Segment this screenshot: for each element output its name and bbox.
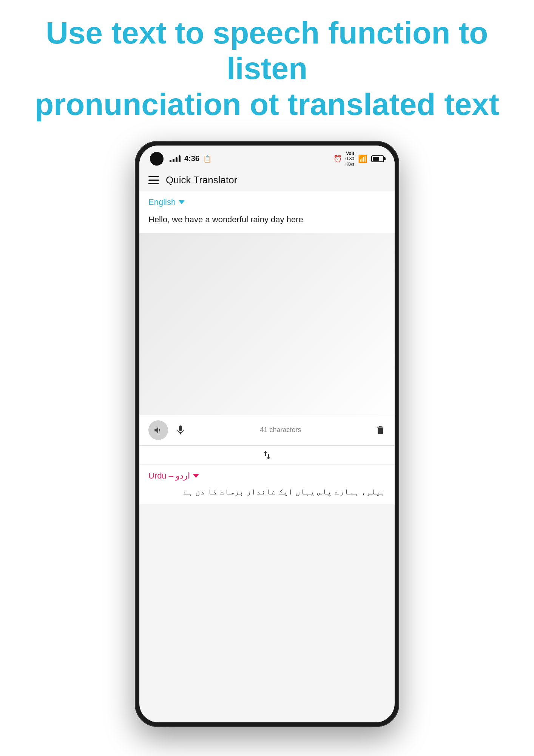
clock-icon: ⏰ [333, 155, 342, 163]
target-language-selector[interactable]: Urdu – اردو [148, 471, 386, 481]
source-section: English Hello, we have a wonderful rainy… [139, 191, 395, 233]
status-time: 4:36 [184, 154, 199, 163]
target-section: Urdu – اردو بیلو، ہمارے پاس یہاں ایک شان… [139, 465, 395, 504]
source-text[interactable]: Hello, we have a wonderful rainy day her… [148, 212, 386, 227]
language-swap-section [139, 445, 395, 465]
status-extra-icon: 📋 [203, 155, 211, 163]
char-count: 41 characters [193, 426, 368, 434]
microphone-button[interactable] [175, 424, 186, 436]
network-speed: Volt 0.80 KB/s [346, 151, 354, 167]
battery-icon [371, 155, 384, 162]
speaker-button[interactable] [148, 420, 168, 440]
app-title: Quick Translator [166, 174, 237, 186]
phone-wrapper: 4:36 📋 ⏰ Volt 0.80 KB/s 📶 [0, 141, 534, 727]
menu-button[interactable] [148, 176, 159, 184]
source-language-selector[interactable]: English [148, 197, 386, 207]
delete-button[interactable] [375, 425, 386, 435]
swap-languages-button[interactable] [261, 449, 273, 461]
status-right: ⏰ Volt 0.80 KB/s 📶 [333, 151, 384, 167]
target-language-dropdown-arrow[interactable] [193, 474, 199, 478]
phone-device: 4:36 📋 ⏰ Volt 0.80 KB/s 📶 [135, 141, 399, 727]
page-title: Use text to speech function to listen pr… [23, 15, 511, 122]
source-language-dropdown-arrow[interactable] [179, 200, 185, 204]
source-toolbar: 41 characters [139, 415, 395, 445]
page-container: Use text to speech function to listen pr… [0, 0, 534, 727]
signal-bars-icon [170, 155, 181, 162]
target-language-label: Urdu – اردو [148, 471, 190, 481]
status-bar: 4:36 📋 ⏰ Volt 0.80 KB/s 📶 [139, 146, 395, 170]
wifi-icon: 📶 [358, 154, 367, 163]
target-text: بیلو، ہمارے پاس یہاں ایک شاندار برسات کا… [148, 485, 386, 498]
camera-hole [150, 152, 164, 166]
page-header: Use text to speech function to listen pr… [0, 0, 534, 133]
phone-screen: 4:36 📋 ⏰ Volt 0.80 KB/s 📶 [139, 146, 395, 722]
app-bar: Quick Translator [139, 170, 395, 191]
source-language-label: English [148, 197, 176, 207]
status-left: 4:36 📋 [150, 152, 211, 166]
input-area[interactable] [139, 233, 395, 415]
